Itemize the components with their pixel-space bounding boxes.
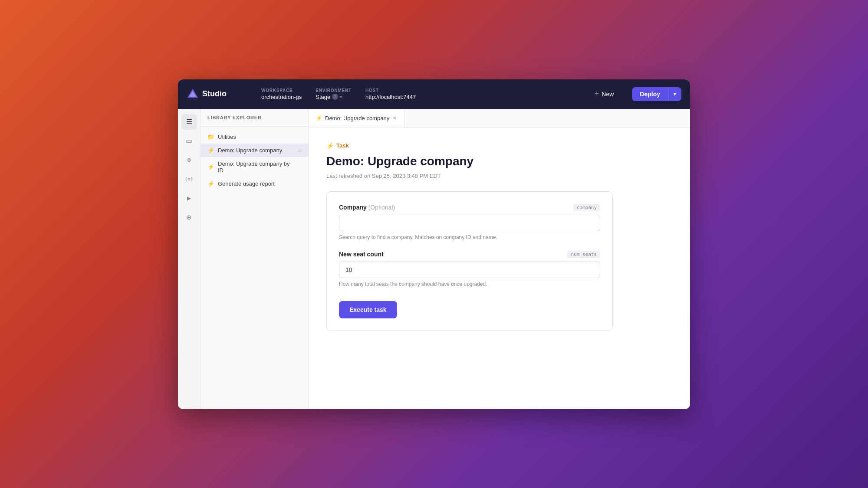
library-item-utilities[interactable]: 📁 Utilities xyxy=(201,130,309,144)
seat-count-field-label: New seat count xyxy=(339,251,384,258)
company-field-header: Company (Optional) company xyxy=(339,204,600,211)
sidebar-item-library[interactable]: ☰ xyxy=(181,114,197,130)
app-logo-icon xyxy=(187,88,199,100)
terminal-icon: ▶ xyxy=(187,195,191,201)
tab-label: Demo: Upgrade company xyxy=(325,115,389,121)
deploy-chevron-icon[interactable]: ▾ xyxy=(668,88,681,101)
seat-count-field-tag: num_seats xyxy=(567,251,600,258)
integrations-icon: ⊕ xyxy=(186,213,192,221)
library-item-label: Demo: Upgrade company by ID xyxy=(218,160,294,174)
library-header: Library Explorer xyxy=(201,109,309,127)
bolt-icon-0: ⚡ xyxy=(207,147,214,154)
library-item-generate-usage-report[interactable]: ⚡ Generate usage report ▭ xyxy=(201,177,309,190)
sidebar-item-monitor[interactable]: ▭ xyxy=(181,133,197,149)
topbar: Studio WORKSPACE orchestration-gs ENVIRO… xyxy=(178,79,690,109)
company-input[interactable] xyxy=(339,215,600,231)
plus-icon: + xyxy=(595,89,599,98)
library-panel: Library Explorer 📁 Utilities ⚡ Demo: Upg… xyxy=(201,109,309,409)
workspace-value: orchestration-gs xyxy=(261,94,302,100)
new-button[interactable]: + New xyxy=(590,87,618,101)
company-field-hint: Search query to find a company. Matches … xyxy=(339,234,600,240)
logo-area: Studio xyxy=(187,88,247,100)
company-field-label: Company (Optional) xyxy=(339,204,395,211)
task-title: Demo: Upgrade company xyxy=(326,154,673,168)
environment-help-icon[interactable]: ? xyxy=(332,94,338,100)
sidebar-item-integrations[interactable]: ⊕ xyxy=(181,210,197,225)
task-meta-refreshed: Last refreshed on Sep 25, 2023 3:48 PM E… xyxy=(326,173,673,179)
library-item-label: Utilities xyxy=(218,134,302,140)
content-area: ⚡ Demo: Upgrade company × ⚡ Task Demo: U… xyxy=(309,109,690,409)
bolt-icon-2: ⚡ xyxy=(207,180,214,187)
database-layers-icon: ⊜ xyxy=(187,157,191,163)
task-bolt-icon: ⚡ xyxy=(326,142,334,149)
main-area: ☰ ▭ ⊜ {x} ▶ ⊕ Library Explorer 📁 xyxy=(178,109,690,409)
app-window: Studio WORKSPACE orchestration-gs ENVIRO… xyxy=(178,79,690,409)
environment-label: ENVIRONMENT xyxy=(316,88,352,93)
deploy-button-label: Deploy xyxy=(632,87,668,101)
task-form: Company (Optional) company Search query … xyxy=(326,191,613,331)
workspace-label: WORKSPACE xyxy=(261,88,302,93)
environment-value[interactable]: Stage ? ▾ xyxy=(316,94,352,100)
tab-demo-upgrade-company[interactable]: ⚡ Demo: Upgrade company × xyxy=(309,109,404,128)
library-stack-icon: ☰ xyxy=(186,118,192,126)
tab-close-button[interactable]: × xyxy=(392,114,397,122)
sidebar-item-terminal[interactable]: ▶ xyxy=(181,190,197,206)
host-label: HOST xyxy=(365,88,416,93)
workspace-section: WORKSPACE orchestration-gs xyxy=(261,88,302,100)
company-field-tag: company xyxy=(573,204,600,211)
library-item-label: Demo: Upgrade company xyxy=(218,147,294,154)
sidebar-item-variables[interactable]: {x} xyxy=(181,171,197,187)
deploy-button[interactable]: Deploy ▾ xyxy=(632,87,681,101)
execute-task-button[interactable]: Execute task xyxy=(339,301,397,318)
environment-section: ENVIRONMENT Stage ? ▾ xyxy=(316,88,352,100)
host-value: http://localhost:7447 xyxy=(365,94,416,100)
folder-icon: 📁 xyxy=(207,134,214,140)
library-items-list: 📁 Utilities ⚡ Demo: Upgrade company ▭ ⚡ … xyxy=(201,127,309,194)
library-item-demo-upgrade-by-id[interactable]: ⚡ Demo: Upgrade company by ID ▭ xyxy=(201,157,309,177)
company-field-group: Company (Optional) company Search query … xyxy=(339,204,600,240)
company-optional-label: (Optional) xyxy=(368,204,395,211)
host-section: HOST http://localhost:7447 xyxy=(365,88,416,100)
library-item-label: Generate usage report xyxy=(218,180,294,187)
library-item-demo-upgrade-company[interactable]: ⚡ Demo: Upgrade company ▭ xyxy=(201,144,309,157)
seat-count-field-hint: How many total seats the company should … xyxy=(339,281,600,287)
app-title: Studio xyxy=(202,89,227,98)
monitor-display-icon: ▭ xyxy=(186,137,192,145)
environment-chevron-icon: ▾ xyxy=(340,95,342,99)
sidebar-icons: ☰ ▭ ⊜ {x} ▶ ⊕ xyxy=(178,109,201,409)
tab-bar: ⚡ Demo: Upgrade company × xyxy=(309,109,690,128)
tab-bolt-icon: ⚡ xyxy=(316,115,322,121)
seat-count-field-group: New seat count num_seats How many total … xyxy=(339,251,600,287)
bolt-icon-1: ⚡ xyxy=(207,164,214,170)
task-type-badge: ⚡ Task xyxy=(326,142,349,149)
sidebar-item-database[interactable]: ⊜ xyxy=(181,152,197,168)
variables-icon: {x} xyxy=(185,176,194,182)
task-content: ⚡ Task Demo: Upgrade company Last refres… xyxy=(309,128,690,409)
seat-count-input[interactable] xyxy=(339,262,600,278)
monitor-small-icon: ▭ xyxy=(297,147,302,153)
seat-count-field-header: New seat count num_seats xyxy=(339,251,600,258)
